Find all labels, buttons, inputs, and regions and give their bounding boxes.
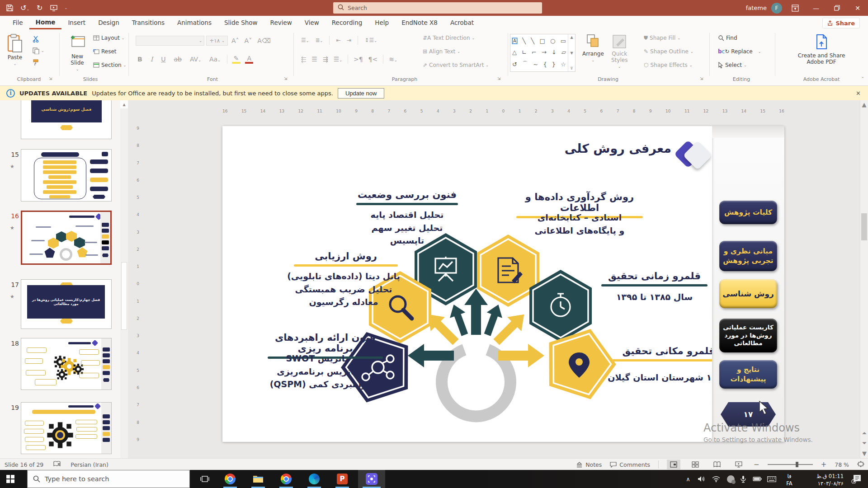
zoom-level[interactable]: 78 % [835, 461, 849, 468]
nav-button-methodology[interactable]: روش شناسی [719, 279, 777, 308]
thumbnail-scrollbar[interactable]: ▲ [120, 100, 128, 458]
layout-button[interactable]: Layout⌄ [93, 35, 125, 41]
numbering-button[interactable]: ≣⌄ [315, 37, 323, 43]
block-evaluation-items[interactable]: پانل دیتا (داده‌های تابلویی) تحلیل ضریب … [280, 270, 407, 309]
next-slide-button[interactable]: ⏷ [860, 438, 868, 448]
italic-button[interactable]: I [149, 56, 155, 63]
language-indicator[interactable]: Persian (Iran) [71, 461, 108, 468]
shape-fill-button[interactable]: ⛊Shape Fill⌄ [644, 35, 680, 41]
customize-quick-access-icon[interactable]: ⌄ [65, 6, 68, 10]
nav-button-overview[interactable]: کلیات پژوهش [719, 201, 777, 224]
normal-view-button[interactable] [667, 460, 680, 469]
spellcheck-icon[interactable] [53, 461, 61, 469]
paste-button[interactable]: Paste⌄ [7, 34, 23, 66]
close-button[interactable]: ✕ [847, 0, 868, 16]
comments-button[interactable]: Comments [610, 461, 650, 468]
wifi-icon[interactable] [709, 470, 723, 488]
thumbnail-slide-16[interactable] [21, 211, 112, 265]
thumbnail-slide-17[interactable]: فصل چهارم:کاربست عملیاتی روش‌ها در مورد … [21, 279, 112, 329]
thumbnail-scrollbar-thumb[interactable] [121, 262, 127, 330]
copy-icon[interactable]: ⌄ [33, 47, 44, 54]
font-size-select[interactable]: +۱۸⌄ [206, 36, 228, 46]
banner-close-icon[interactable]: ✕ [856, 90, 861, 97]
tab-help[interactable]: Help [368, 16, 395, 29]
increase-indent-button[interactable]: ⇥ [347, 37, 351, 43]
zoom-in-icon[interactable]: + [821, 460, 827, 469]
slide-sorter-view-button[interactable] [689, 460, 702, 469]
bold-button[interactable]: B [136, 56, 144, 63]
clear-formatting-icon[interactable]: A⌫ [255, 37, 272, 44]
font-name-select[interactable]: ⌄ +۱۸⌄ A˄ A˅ A⌫ [136, 36, 273, 46]
notes-button[interactable]: Notes [576, 461, 602, 468]
block-place-scope[interactable]: قلمرو مکانی تحقیق [612, 346, 725, 361]
previous-slide-button[interactable]: ⏶ [860, 428, 868, 438]
slide-indicator[interactable]: Slide 16 of 29 [5, 461, 43, 468]
bullets-button[interactable]: ☰⌄ [301, 37, 309, 43]
columns-button[interactable]: ≋⌄ [389, 56, 397, 63]
tab-home[interactable]: Home [29, 16, 62, 29]
start-slideshow-icon[interactable] [50, 5, 57, 11]
tab-animations[interactable]: Animations [171, 16, 218, 29]
block-time-scope[interactable]: قلمرو زمانی تحقیق [601, 271, 708, 286]
shapes-gallery-scroll[interactable]: ▲▼⊽ [568, 34, 575, 71]
thumbnail-slide-18[interactable] [21, 338, 112, 390]
undo-icon[interactable]: ↺⌄ [20, 4, 29, 12]
shape-effects-button[interactable]: ⬡Shape Effects⌄ [644, 62, 692, 68]
align-right-button[interactable]: ⇶ [323, 56, 328, 63]
format-painter-icon[interactable] [33, 59, 39, 66]
font-color-button[interactable]: A [245, 55, 253, 64]
tab-recording[interactable]: Recording [326, 16, 369, 29]
avatar[interactable]: F [771, 3, 782, 14]
language-switcher[interactable]: فاFA [781, 470, 797, 488]
ltr-direction-button[interactable]: >¶ [354, 56, 363, 63]
font-dialog-launcher[interactable]: ⇲ [284, 76, 288, 81]
section-button[interactable]: Section⌄ [93, 62, 126, 68]
chrome-taskbar-icon[interactable] [220, 470, 241, 488]
restore-button[interactable] [826, 0, 847, 16]
block-data-gathering-items[interactable]: اسنادی – کتابخانه‌ای و پایگاه‌های اطلاعا… [516, 211, 643, 237]
slide-scrollbar-thumb[interactable] [861, 213, 867, 240]
zoom-slider[interactable] [768, 464, 813, 465]
clipboard-dialog-launcher[interactable]: ⇲ [49, 76, 52, 81]
scroll-up-icon[interactable]: ▲ [860, 100, 868, 108]
microphone-icon[interactable] [737, 470, 750, 488]
tab-endnote[interactable]: EndNote X8 [395, 16, 444, 29]
paragraph-dialog-launcher[interactable]: ⇲ [497, 76, 501, 81]
shrink-font-icon[interactable]: A˅ [243, 37, 254, 44]
tray-chevron-up-icon[interactable]: ∧ [680, 470, 696, 488]
nav-button-application[interactable]: کاربست عملیاتی روش‌ها در مورد مطالعاتی [719, 319, 777, 352]
taskbar-clock[interactable]: 01:11 ق.ظ ۱۴۰۳/۰۸/۲۶ [799, 470, 844, 488]
ribbon-display-options-icon[interactable] [785, 0, 806, 16]
search-box[interactable]: Search [333, 2, 542, 14]
tab-review[interactable]: Review [264, 16, 298, 29]
account-area[interactable]: fateme F [746, 0, 782, 16]
new-slide-button[interactable]: New Slide⌄ [64, 34, 90, 71]
meet-now-icon[interactable] [724, 470, 737, 488]
slide-scrollbar[interactable]: ▲ ⏶ ⏷ ▼ [860, 100, 868, 458]
tab-insert[interactable]: Insert [61, 16, 92, 29]
underline-button[interactable]: U [159, 56, 167, 63]
grow-font-icon[interactable]: A˄ [230, 37, 241, 44]
file-explorer-taskbar-icon[interactable] [248, 470, 269, 488]
cut-icon[interactable] [33, 36, 39, 42]
tab-acrobat[interactable]: Acrobat [444, 16, 480, 29]
block-status-techniques[interactable]: فنون بررسی وضعیت [356, 189, 458, 205]
block-place-scope-items[interactable]: ۱۶ شهرستان استان گیلان [606, 371, 719, 384]
block-time-scope-items[interactable]: سال ۱۳۸۵ تا ۱۳۹۵ [601, 291, 708, 304]
text-direction-button[interactable]: ⇵AText Direction⌄ [423, 35, 475, 41]
quick-styles-button[interactable]: Quick Styles⌄ [611, 34, 627, 69]
block-evaluation[interactable]: روش ارزیابی [294, 251, 398, 267]
start-button[interactable] [0, 470, 21, 488]
justify-button[interactable]: ☰⌄ [334, 56, 342, 63]
save-icon[interactable] [6, 5, 13, 11]
replace-button[interactable]: bc↻Replace⌄ [718, 48, 761, 55]
thumbnail-slide-19[interactable] [21, 402, 112, 454]
collapse-ribbon-icon[interactable]: ⌃ [861, 76, 864, 81]
powerpoint-taskbar-icon[interactable]: P [332, 470, 353, 488]
nav-button-results[interactable]: نتایج و پیشنهادات [719, 360, 777, 389]
create-pdf-button[interactable]: Create and Share Adobe PDF [792, 34, 851, 65]
shape-outline-button[interactable]: ✎Shape Outline⌄ [644, 48, 693, 55]
zoom-slider-thumb[interactable] [796, 462, 798, 467]
thumbnail-slide-15[interactable] [21, 149, 112, 202]
decrease-indent-button[interactable]: ⇤ [336, 37, 340, 43]
